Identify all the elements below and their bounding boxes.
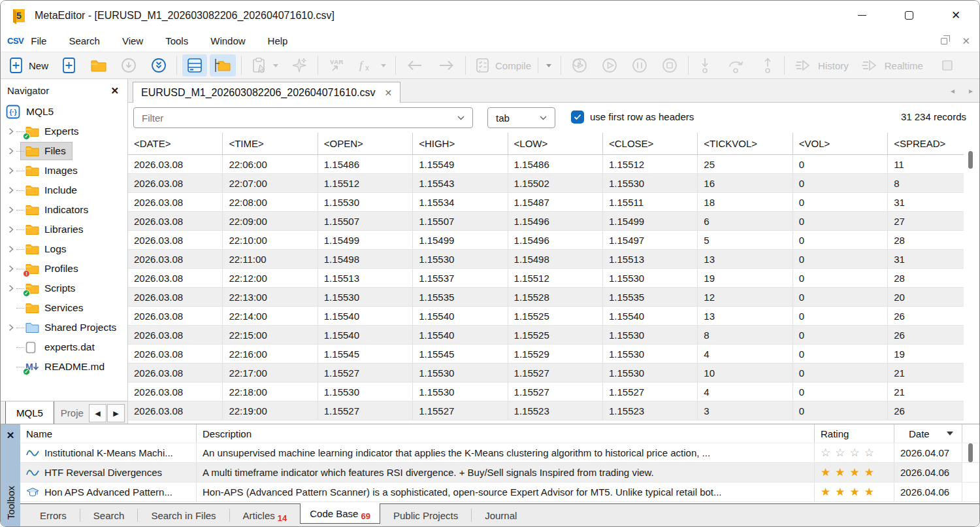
menu-window[interactable]: Window (199, 32, 256, 50)
layout-button[interactable] (936, 54, 958, 76)
bottom-tab-errors[interactable]: Errors (27, 504, 80, 526)
chevron-right-icon[interactable] (6, 146, 16, 156)
column-header-date[interactable]: <DATE> (128, 133, 223, 154)
tree-item-images[interactable]: Images (1, 161, 127, 180)
bottom-tab-code-base[interactable]: Code Base69 (300, 503, 380, 524)
minimize-button[interactable] (838, 1, 885, 30)
doc-tabs-prev-icon[interactable]: ◂ (951, 86, 955, 95)
history-button[interactable]: History (790, 54, 853, 76)
tree-item-readme-md[interactable]: M✓README.md (1, 357, 127, 377)
styler-button[interactable] (247, 54, 282, 76)
new-file-button[interactable]: New (5, 54, 52, 76)
column-header-open[interactable]: <OPEN> (318, 133, 413, 154)
tree-item-scripts[interactable]: ✓Scripts (1, 279, 127, 298)
menu-file[interactable]: File (20, 32, 57, 50)
table-row[interactable]: 2026.03.0822:11:001.154981.155301.154981… (128, 250, 964, 269)
table-row[interactable]: 2026.03.0822:12:001.155131.155371.155121… (128, 269, 964, 288)
delimiter-select[interactable]: tab (487, 107, 555, 128)
bottom-tab-articles[interactable]: Articles14 (230, 504, 301, 526)
codebase-row[interactable]: Institutional K-Means Machi...An unsuper… (20, 443, 979, 463)
chevron-right-icon[interactable] (6, 126, 16, 137)
chevron-right-icon[interactable] (6, 283, 16, 294)
table-row[interactable]: 2026.03.0822:07:001.155121.155431.155021… (128, 174, 964, 193)
table-row[interactable]: 2026.03.0822:14:001.155401.155401.155251… (128, 307, 964, 326)
chevron-right-icon[interactable] (6, 224, 16, 235)
chevron-right-icon[interactable] (6, 244, 16, 254)
realtime-button[interactable]: Realtime (857, 54, 927, 76)
chevron-right-icon[interactable] (6, 185, 16, 196)
tree-item-libraries[interactable]: Libraries (1, 220, 127, 239)
ai-assistant-button[interactable] (286, 54, 312, 76)
menu-search[interactable]: Search (57, 32, 111, 50)
step-into-button[interactable] (694, 54, 716, 76)
codebase-column-name[interactable]: Name (20, 424, 197, 443)
table-row[interactable]: 2026.03.0822:08:001.155301.155341.154871… (128, 193, 964, 212)
navigate-back-button[interactable] (401, 54, 429, 76)
mdi-close-icon[interactable]: ✕ (962, 35, 970, 47)
table-row[interactable]: 2026.03.0822:18:001.155301.155301.155271… (128, 382, 964, 401)
bottom-tab-journal[interactable]: Journal (472, 504, 530, 526)
chevron-right-icon[interactable] (6, 322, 16, 333)
close-button[interactable]: ✕ (932, 1, 979, 30)
bottom-tab-public-projects[interactable]: Public Projects (380, 504, 471, 526)
toggle-toolbox-button[interactable] (210, 54, 236, 76)
new-item-button[interactable] (57, 54, 81, 76)
open-folder-button[interactable] (86, 54, 111, 76)
variables-button[interactable]: VAR (323, 54, 351, 76)
table-row[interactable]: 2026.03.0822:06:001.154861.155491.154861… (128, 155, 964, 174)
step-over-button[interactable] (723, 54, 750, 76)
first-row-headers-checkbox[interactable] (571, 110, 584, 124)
tree-root-mql5[interactable]: {·}MQL5 (1, 102, 127, 122)
stop-button[interactable] (657, 54, 683, 76)
pause-button[interactable] (627, 54, 653, 76)
step-out-button[interactable] (757, 54, 779, 76)
table-row[interactable]: 2026.03.0822:19:001.155271.155271.155231… (128, 401, 964, 420)
filter-input[interactable]: Filter (133, 107, 473, 128)
codebase-row[interactable]: Hon APS Advanced Pattern...Hon-APS (Adva… (20, 483, 979, 502)
table-scrollbar-thumb[interactable] (968, 151, 973, 169)
save-button[interactable] (116, 54, 141, 76)
tree-item-logs[interactable]: Logs (1, 239, 127, 259)
navigator-close-icon[interactable]: ✕ (110, 85, 119, 97)
mdi-restore-icon[interactable] (941, 38, 947, 44)
save-all-button[interactable] (146, 54, 171, 76)
column-header-high[interactable]: <HIGH> (413, 133, 508, 154)
navigate-forward-button[interactable] (433, 54, 460, 76)
menu-tools[interactable]: Tools (154, 32, 199, 50)
tree-item-indicators[interactable]: Indicators (1, 200, 127, 220)
toolbox-close-icon[interactable]: ✕ (7, 430, 15, 441)
tree-item-shared-projects[interactable]: Shared Projects (1, 318, 127, 337)
bottom-tab-search[interactable]: Search (80, 504, 138, 526)
codebase-column-description[interactable]: Description (197, 424, 815, 443)
table-row[interactable]: 2026.03.0822:17:001.155271.155301.155271… (128, 364, 964, 382)
chevron-right-icon[interactable] (6, 205, 16, 215)
toggle-navigator-button[interactable] (182, 54, 207, 76)
bottom-tab-search-in-files[interactable]: Search in Files (138, 504, 229, 526)
navigator-tabs-next-button[interactable]: ▶ (107, 404, 125, 422)
table-row[interactable]: 2026.03.0822:10:001.154991.154991.154961… (128, 231, 964, 250)
table-row[interactable]: 2026.03.0822:09:001.155071.155071.154961… (128, 212, 964, 231)
tree-item-experts[interactable]: ✓Experts (1, 122, 127, 141)
codebase-row[interactable]: HTF Reversal DivergencesA multi timefram… (20, 463, 979, 483)
navigator-tabs-prev-button[interactable]: ◀ (89, 404, 106, 422)
document-tab-close-icon[interactable]: ✕ (385, 88, 393, 98)
column-header-close[interactable]: <CLOSE> (603, 133, 698, 154)
column-header-spread[interactable]: <SPREAD> (888, 133, 964, 154)
document-tab[interactable]: EURUSD_M1_202603082206_202604071610.csv … (133, 82, 400, 103)
filter-dropdown-chevron-icon[interactable] (457, 116, 465, 120)
column-header-time[interactable]: <TIME> (223, 133, 318, 154)
navigator-tab-mql5[interactable]: MQL5 (5, 401, 54, 424)
menu-view[interactable]: View (111, 32, 154, 50)
column-header-low[interactable]: <LOW> (508, 133, 603, 154)
table-row[interactable]: 2026.03.0822:13:001.155301.155351.155281… (128, 288, 964, 307)
start-debug-button[interactable] (566, 54, 593, 76)
chevron-right-icon[interactable] (6, 165, 16, 176)
menu-help[interactable]: Help (257, 32, 299, 50)
tree-item-include[interactable]: Include (1, 180, 127, 200)
navigator-tab-projects[interactable]: Proje (54, 401, 90, 424)
codebase-column-rating[interactable]: Rating (815, 424, 894, 443)
codebase-scrollbar-thumb[interactable] (968, 443, 973, 462)
column-header-vol[interactable]: <VOL> (793, 133, 888, 154)
table-row[interactable]: 2026.03.0822:15:001.155401.155401.155251… (128, 326, 964, 345)
column-header-tickvol[interactable]: <TICKVOL> (698, 133, 792, 154)
